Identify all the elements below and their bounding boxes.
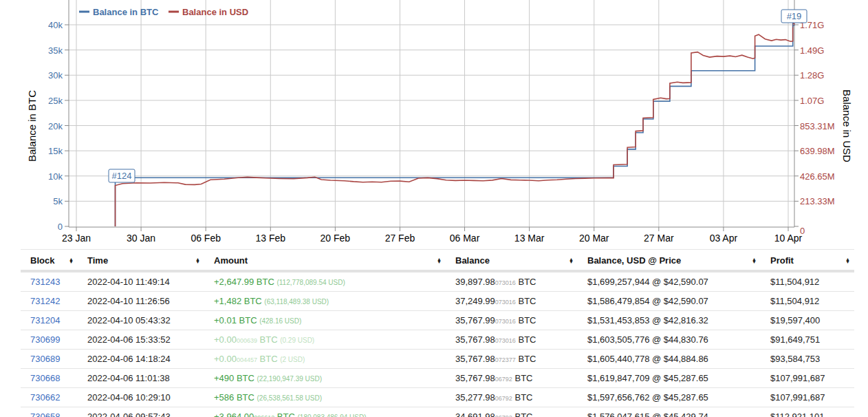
time-cell: 2022-04-10 11:49:14 (78, 271, 204, 292)
time-cell: 2022-04-06 09:57:43 (78, 407, 204, 417)
balance-usd-price-cell: $1,619,847,709 @ $45,287.65 (578, 369, 761, 388)
series-usd-line (116, 23, 795, 226)
y-left-axis-title: Balance in BTC (26, 90, 38, 162)
sort-icon[interactable] (69, 258, 74, 264)
amount-unit: BTC (274, 411, 297, 417)
time-cell: 2022-04-10 05:43:32 (78, 311, 204, 330)
x-tick-label: 13 Mar (514, 233, 545, 244)
block-link[interactable]: 731243 (30, 277, 60, 287)
amount-value: +0.01 (214, 315, 237, 325)
balance-usd-price-cell: $1,597,656,762 @ $45,287.65 (578, 388, 761, 407)
column-header-label: Block (30, 255, 54, 266)
balance-unit: BTC (516, 354, 536, 364)
y-right-tick-label: 853.31M (800, 121, 835, 131)
profit-cell: $91,649,751 (761, 330, 854, 350)
amount-cell: +0.00000639 BTC (0.29 USD) (204, 330, 446, 350)
y-right-tick-label: 213.33M (800, 196, 835, 206)
amount-value: +0.00 (214, 334, 237, 345)
balance-unit: BTC (516, 296, 536, 306)
block-link[interactable]: 730658 (30, 411, 60, 417)
table-row: 7306682022-04-06 11:01:38+490 BTC (22,19… (21, 369, 854, 388)
balance-usd-price-cell: $1,531,453,853 @ $42,816.32 (578, 311, 761, 330)
column-header-amount[interactable]: Amount (204, 250, 446, 272)
balance-chart-svg: 05k10k15k20k25k30k35k40k0213.33M426.65M6… (0, 0, 868, 249)
balance-value: 35,767.99 (455, 315, 495, 325)
column-header-label: Balance (455, 255, 490, 266)
y-left-tick-label: 40k (48, 20, 63, 30)
table-row: 7306622022-04-06 10:29:10+586 BTC (26,53… (21, 388, 854, 407)
amount-usd: (428.16 USD) (259, 317, 301, 325)
legend-label[interactable]: Balance in BTC (93, 7, 159, 17)
balance-value: 35,767.98 (455, 334, 495, 345)
x-tick-label: 27 Feb (385, 233, 415, 244)
balance-unit: BTC (512, 373, 533, 383)
balance-unit: BTC (512, 392, 533, 403)
balance-chart: 05k10k15k20k25k30k35k40k0213.33M426.65M6… (0, 0, 868, 249)
table-row: 7312432022-04-10 11:49:14+2,647.99 BTC (… (21, 271, 854, 292)
block-cell: 730668 (21, 369, 78, 388)
time-cell: 2022-04-06 14:18:24 (78, 350, 204, 369)
column-header-balance[interactable]: Balance (446, 250, 578, 272)
block-link[interactable]: 730689 (30, 354, 60, 364)
block-link[interactable]: 731204 (30, 315, 60, 325)
column-header-time[interactable]: Time (78, 250, 204, 272)
y-left-tick-label: 5k (53, 196, 63, 206)
balance-usd-price-cell: $1,699,257,944 @ $42,590.07 (578, 271, 761, 292)
balance-usd-price-cell: $1,586,479,854 @ $42,590.07 (578, 292, 761, 311)
block-cell: 730658 (21, 407, 78, 417)
x-tick-label: 30 Jan (127, 233, 155, 244)
x-tick-label: 20 Mar (579, 233, 609, 244)
profit-cell: $93,584,753 (761, 350, 854, 369)
block-link[interactable]: 730668 (30, 373, 60, 383)
amount-fraction: 000639 (237, 337, 257, 344)
block-cell: 730662 (21, 388, 78, 407)
amount-value: +2,647.99 (214, 277, 254, 287)
column-header-profit[interactable]: Profit (761, 250, 854, 272)
table-row: 7306892022-04-06 14:18:24+0.00004457 BTC… (21, 350, 854, 369)
table-row: 7306992022-04-06 15:33:52+0.00000639 BTC… (21, 330, 854, 350)
legend-label[interactable]: Balance in USD (182, 7, 248, 17)
y-left-tick-label: 25k (48, 96, 63, 106)
x-tick-label: 06 Mar (450, 233, 480, 244)
block-cell: 730699 (21, 330, 78, 350)
balance-cell: 35,767.99073016 BTC (446, 311, 578, 330)
sort-icon[interactable] (845, 258, 850, 264)
block-cell: 730689 (21, 350, 78, 369)
balance-unit: BTC (516, 315, 536, 325)
x-tick-label: 06 Feb (191, 233, 221, 244)
y-left-tick-label: 30k (48, 70, 63, 81)
sort-icon[interactable] (752, 258, 757, 264)
amount-cell: +1,482 BTC (63,118,489.38 USD) (204, 292, 446, 311)
column-header-balance-usd-price[interactable]: Balance, USD @ Price (578, 250, 761, 272)
balance-cell: 35,767.98073016 BTC (446, 330, 578, 350)
profit-cell: $11,504,912 (761, 271, 854, 292)
block-link[interactable]: 731242 (30, 296, 60, 306)
column-header-label: Balance, USD @ Price (587, 255, 681, 266)
profit-cell: $107,991,687 (761, 388, 854, 407)
y-left-tick-label: 15k (48, 146, 63, 156)
y-right-tick-label: 1.07G (800, 96, 824, 106)
block-link[interactable]: 730662 (30, 392, 60, 403)
column-header-label: Time (87, 255, 108, 266)
time-cell: 2022-04-06 15:33:52 (78, 330, 204, 350)
amount-unit: BTC (234, 373, 257, 383)
sort-icon[interactable] (437, 258, 442, 264)
balance-usd-price-cell: $1,603,505,776 @ $44,830.76 (578, 330, 761, 350)
block-link[interactable]: 730699 (30, 334, 60, 345)
table-header-row: BlockTimeAmountBalanceBalance, USD @ Pri… (21, 250, 854, 272)
sort-icon[interactable] (195, 258, 200, 264)
y-left-tick-label: 10k (48, 171, 63, 182)
balance-cell: 35,767.98072377 BTC (446, 350, 578, 369)
balance-fraction: 06792 (495, 376, 512, 383)
balance-value: 39,897.98 (455, 277, 495, 287)
column-header-block[interactable]: Block (21, 250, 78, 272)
balance-unit: BTC (512, 411, 533, 417)
table-row: 7306582022-04-06 09:57:43+3,964.00006612… (21, 407, 854, 417)
y-left-tick-label: 0 (58, 222, 63, 232)
sort-icon[interactable] (569, 258, 574, 264)
profit-cell: $112,921,101 (761, 407, 854, 417)
profit-cell: $19,597,400 (761, 311, 854, 330)
amount-usd: (63,118,489.38 USD) (264, 298, 329, 306)
y-left-tick-label: 35k (48, 45, 63, 56)
amount-value: +1,482 (214, 296, 241, 306)
